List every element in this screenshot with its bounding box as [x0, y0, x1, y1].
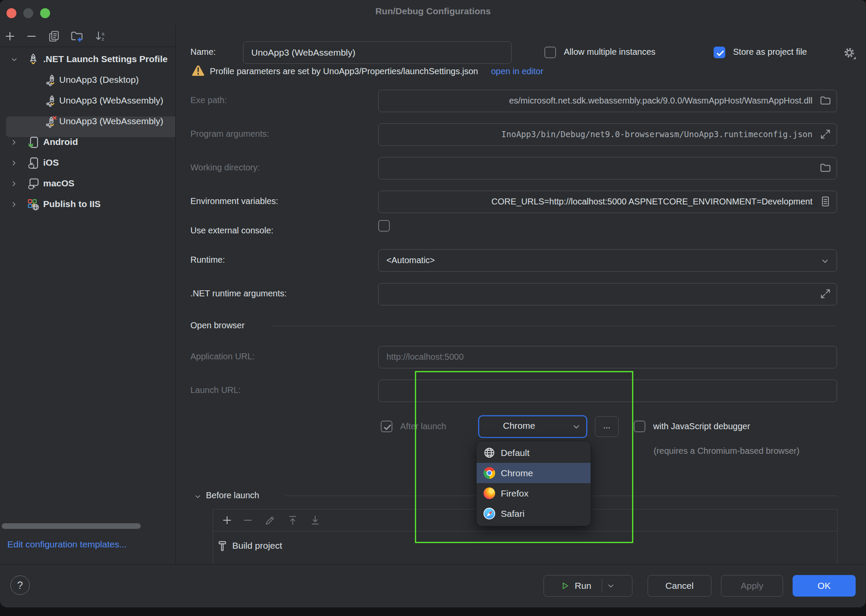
- android-icon: [27, 136, 40, 149]
- sidebar-item-unoapp3-desktop[interactable]: UnoApp3 (Desktop): [0, 70, 176, 91]
- sidebar-item-dotnet-launch-settings[interactable]: .NET Launch Settings Profile: [0, 49, 176, 70]
- sidebar-item-macos[interactable]: macOS: [0, 173, 176, 194]
- folder-icon[interactable]: [819, 162, 831, 174]
- apply-button[interactable]: Apply: [721, 575, 783, 597]
- sidebar-item-android[interactable]: Android: [0, 132, 176, 153]
- sidebar-item-ios[interactable]: iOS: [0, 153, 176, 173]
- add-task-icon[interactable]: [221, 514, 233, 526]
- sidebar-item-unoapp3-webassembly-error[interactable]: UnoApp3 (WebAssembly): [0, 111, 176, 132]
- svg-text:z: z: [102, 36, 104, 41]
- allow-multiple-instances-checkbox[interactable]: [544, 47, 556, 58]
- launch-profile-error-icon: [45, 115, 58, 128]
- publish-iis-icon: [27, 198, 40, 211]
- environment-variables-field[interactable]: CORE_URLS=http://localhost:5000 ASPNETCO…: [378, 191, 837, 213]
- chevron-right-icon[interactable]: [9, 200, 19, 209]
- before-launch-section-title: Before launch: [206, 490, 259, 500]
- open-browser-section-divider: [272, 326, 838, 326]
- browse-variables-icon[interactable]: [819, 195, 831, 207]
- store-settings-gear-icon[interactable]: [842, 45, 857, 61]
- launch-profile-icon: [45, 94, 58, 107]
- before-launch-collapse-chevron[interactable]: [193, 492, 202, 501]
- chrome-icon: [484, 467, 495, 479]
- ios-icon: [27, 157, 40, 170]
- environment-variables-label: Environment variables:: [190, 196, 278, 206]
- remove-configuration-icon[interactable]: [25, 30, 38, 43]
- launch-profile-icon: [45, 74, 58, 87]
- browser-dropdown-popup: Default Chrome Firefox Safari: [476, 441, 591, 526]
- runtime-label: Runtime:: [190, 255, 225, 265]
- program-arguments-field[interactable]: InoApp3/bin/Debug/net9.0-browserwasm/Uno…: [378, 123, 837, 146]
- working-directory-field[interactable]: [378, 157, 837, 179]
- macos-icon: [27, 177, 40, 190]
- open-in-editor-link[interactable]: open in editor: [491, 66, 543, 76]
- chevron-right-icon[interactable]: [9, 158, 19, 168]
- globe-icon: [484, 447, 495, 459]
- open-browser-section-title: Open browser: [190, 321, 245, 330]
- ok-button[interactable]: OK: [793, 575, 856, 597]
- expand-field-icon[interactable]: [819, 128, 831, 140]
- dialog-title: Run/Debug Configurations: [0, 6, 866, 16]
- store-as-project-file-label: Store as project file: [733, 47, 807, 57]
- after-launch-checkbox[interactable]: [381, 421, 392, 432]
- sidebar-toolbar-divider: [0, 47, 175, 47]
- move-up-icon[interactable]: [287, 514, 299, 526]
- exe-path-field[interactable]: es/microsoft.net.sdk.webassembly.pack/9.…: [378, 90, 837, 112]
- expand-field-icon[interactable]: [819, 288, 831, 300]
- sidebar-item-publish-to-iis[interactable]: Publish to IIS: [0, 194, 176, 215]
- rocket-icon: [27, 53, 40, 66]
- sidebar-item-unoapp3-webassembly-selected[interactable]: UnoApp3 (WebAssembly): [0, 91, 176, 111]
- new-folder-icon[interactable]: [70, 29, 84, 43]
- help-button[interactable]: ?: [10, 575, 30, 595]
- folder-icon[interactable]: [819, 94, 831, 107]
- horizontal-scrollbar[interactable]: [2, 523, 141, 529]
- name-label: Name:: [190, 47, 216, 57]
- name-row: Name: Allow multiple instances Store as …: [176, 26, 866, 66]
- add-configuration-icon[interactable]: [3, 30, 16, 43]
- svg-text:a: a: [102, 31, 105, 36]
- dropdown-item-chrome[interactable]: Chrome: [477, 463, 591, 483]
- chevron-right-icon[interactable]: [9, 179, 19, 189]
- browser-select-value: Chrome: [503, 421, 535, 431]
- cancel-button[interactable]: Cancel: [648, 575, 711, 597]
- js-debugger-note: (requires a Chromium-based browser): [654, 446, 800, 456]
- build-hammer-icon: [216, 539, 229, 552]
- store-as-project-file-checkbox[interactable]: [714, 47, 725, 58]
- launch-url-field[interactable]: [378, 380, 837, 402]
- sort-configurations-icon[interactable]: az: [94, 30, 107, 43]
- dropdown-item-firefox[interactable]: Firefox: [477, 483, 591, 503]
- build-project-label: Build project: [232, 541, 282, 551]
- exe-path-label: Exe path:: [190, 95, 227, 105]
- browser-select[interactable]: Chrome: [478, 415, 587, 438]
- title-bar: Run/Debug Configurations: [0, 0, 866, 26]
- copy-configuration-icon[interactable]: [47, 30, 60, 43]
- run-debug-configurations-dialog: Run/Debug Configurations az .NET Launch …: [0, 0, 866, 607]
- chevron-down-icon: [819, 255, 831, 267]
- browser-more-button[interactable]: ...: [595, 416, 619, 437]
- run-options-chevron-icon[interactable]: [606, 581, 616, 591]
- dropdown-item-safari[interactable]: Safari: [477, 503, 591, 524]
- program-arguments-label: Program arguments:: [190, 129, 269, 139]
- move-down-icon[interactable]: [309, 514, 321, 526]
- edit-task-icon[interactable]: [264, 514, 276, 526]
- application-url-field[interactable]: http://localhost:5000: [378, 346, 837, 368]
- configurations-sidebar: az .NET Launch Settings Profile UnoApp3 …: [0, 26, 176, 564]
- js-debugger-label: with JavaScript debugger: [653, 421, 750, 431]
- profile-parameters-notice: Profile parameters are set by UnoApp3/Pr…: [192, 66, 544, 76]
- use-external-console-checkbox[interactable]: [378, 220, 390, 232]
- run-button[interactable]: Run: [544, 575, 632, 597]
- dotnet-runtime-arguments-field[interactable]: [378, 283, 837, 305]
- allow-multiple-instances-label: Allow multiple instances: [564, 47, 655, 57]
- chevron-down-icon[interactable]: [9, 55, 19, 64]
- remove-task-icon[interactable]: [242, 514, 254, 526]
- run-split-divider: [602, 579, 602, 593]
- launch-url-label: Launch URL:: [190, 385, 241, 395]
- runtime-dropdown[interactable]: <Automatic>: [378, 249, 837, 272]
- dialog-footer: ? Run Cancel Apply OK: [0, 564, 866, 607]
- name-input[interactable]: [243, 41, 512, 64]
- js-debugger-checkbox[interactable]: [634, 421, 645, 432]
- chevron-down-icon: [571, 421, 582, 432]
- chevron-right-icon[interactable]: [9, 138, 19, 147]
- before-launch-task-row[interactable]: Build project: [213, 531, 837, 564]
- edit-configuration-templates-link[interactable]: Edit configuration templates...: [7, 539, 127, 550]
- dropdown-item-default[interactable]: Default: [477, 443, 591, 463]
